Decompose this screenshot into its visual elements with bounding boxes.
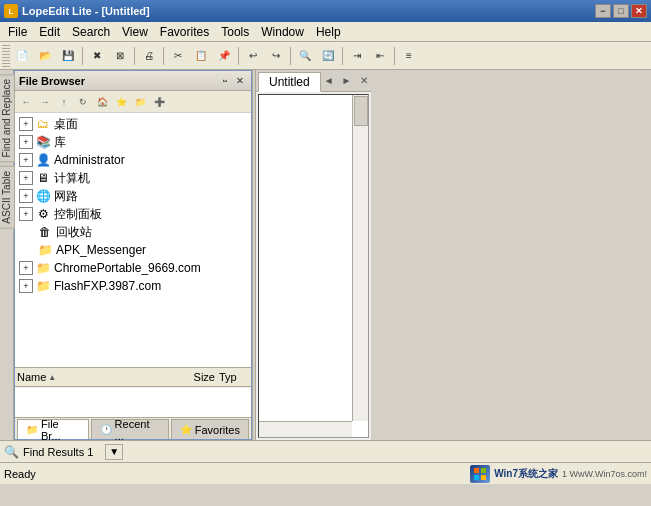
tree-label-network: 网路 — [54, 188, 78, 205]
favorites-tab[interactable]: ⭐ Favorites — [171, 419, 249, 439]
tree-item-recycle[interactable]: 🗑 回收站 — [15, 223, 251, 241]
menu-help[interactable]: Help — [310, 22, 347, 41]
open-file-button[interactable]: 📂 — [34, 45, 56, 67]
tree-item-library[interactable]: + 📚 库 — [15, 133, 251, 151]
tree-label-flashfxp: FlashFXP.3987.com — [54, 279, 161, 293]
editor-scrollbar-horizontal[interactable] — [259, 421, 352, 437]
file-tree[interactable]: + 🗂 桌面 + 📚 库 + 👤 Administrator — [15, 113, 251, 367]
browser-favorites-button[interactable]: ⭐ — [112, 93, 130, 111]
menu-view[interactable]: View — [116, 22, 154, 41]
tree-expand-chrome[interactable]: + — [19, 261, 33, 275]
tree-label-recycle: 回收站 — [56, 224, 92, 241]
new-file-button[interactable]: 📄 — [11, 45, 33, 67]
title-text: LopeEdit Lite - [Untitled] — [22, 5, 595, 17]
menu-tools[interactable]: Tools — [215, 22, 255, 41]
tree-label-controlpanel: 控制面板 — [54, 206, 102, 223]
tree-item-chrome[interactable]: + 📁 ChromePortable_9669.com — [15, 259, 251, 277]
col-type-header[interactable]: Typ — [219, 371, 249, 383]
close-file-button[interactable]: ✖ — [86, 45, 108, 67]
main-wrapper: Find and Replace ASCII Table File Browse… — [0, 70, 371, 440]
find-replace-tab[interactable]: Find and Replace — [0, 74, 15, 162]
file-browser-tab-icon: 📁 — [26, 424, 38, 435]
browser-tabs: 📁 File Br... 🕐 Recent ... ⭐ Favorites — [15, 417, 251, 439]
tab-nav-left[interactable]: ◄ — [321, 75, 337, 86]
print-button[interactable]: 🖨 — [138, 45, 160, 67]
left-panel: Find and Replace ASCII Table — [0, 70, 14, 440]
computer-icon: 🖥 — [35, 170, 51, 186]
find-results-label: Find Results 1 — [23, 446, 93, 458]
menu-file[interactable]: File — [2, 22, 33, 41]
svg-rect-2 — [474, 475, 479, 480]
browser-forward-button[interactable]: → — [36, 93, 54, 111]
folder-icon-flashfxp: 📁 — [35, 278, 51, 294]
find-button[interactable]: 🔍 — [294, 45, 316, 67]
panel-pin-button[interactable]: ꟷ — [217, 74, 231, 88]
recent-tab-label: Recent ... — [115, 418, 160, 442]
tree-item-desktop[interactable]: + 🗂 桌面 — [15, 115, 251, 133]
browser-back-button[interactable]: ← — [17, 93, 35, 111]
tab-nav-right[interactable]: ► — [339, 75, 355, 86]
panel-header-icons: ꟷ ✕ — [217, 74, 247, 88]
editor-tab-untitled[interactable]: Untitled — [258, 72, 321, 92]
tab-nav-close[interactable]: ✕ — [357, 75, 371, 86]
find-bar-icon: 🔍 — [4, 445, 19, 459]
tree-expand-flashfxp[interactable]: + — [19, 279, 33, 293]
toolbar-separator-1 — [82, 47, 83, 65]
outdent-button[interactable]: ⇤ — [369, 45, 391, 67]
tree-item-network[interactable]: + 🌐 网路 — [15, 187, 251, 205]
browser-folder-button[interactable]: 📁 — [131, 93, 149, 111]
col-size-header[interactable]: Size — [175, 371, 215, 383]
menu-search[interactable]: Search — [66, 22, 116, 41]
close-button[interactable]: ✕ — [631, 4, 647, 18]
svg-rect-3 — [481, 475, 486, 480]
sort-button[interactable]: ≡ — [398, 45, 420, 67]
tree-label-desktop: 桌面 — [54, 116, 78, 133]
editor-tab-nav: ◄ ► ✕ — [321, 75, 371, 86]
tree-item-computer[interactable]: + 🖥 计算机 — [15, 169, 251, 187]
tree-expand-controlpanel[interactable]: + — [19, 207, 33, 221]
browser-new-folder-button[interactable]: ➕ — [150, 93, 168, 111]
ascii-table-tab[interactable]: ASCII Table — [0, 166, 15, 229]
save-file-button[interactable]: 💾 — [57, 45, 79, 67]
tree-expand-desktop[interactable]: + — [19, 117, 33, 131]
editor-scrollbar-vertical[interactable] — [352, 95, 368, 421]
tree-item-apk[interactable]: 📁 APK_Messenger — [15, 241, 251, 259]
menu-favorites[interactable]: Favorites — [154, 22, 215, 41]
editor-header-bar: Untitled ◄ ► ✕ — [256, 70, 371, 92]
find-bar-options-button[interactable]: ▼ — [105, 444, 123, 460]
tree-item-controlpanel[interactable]: + ⚙ 控制面板 — [15, 205, 251, 223]
undo-button[interactable]: ↩ — [242, 45, 264, 67]
file-browser-panel: File Browser ꟷ ✕ ← → ↑ ↻ 🏠 ⭐ 📁 ➕ — [14, 70, 252, 440]
file-browser-tab[interactable]: 📁 File Br... — [17, 419, 89, 439]
indent-button[interactable]: ⇥ — [346, 45, 368, 67]
browser-refresh-button[interactable]: ↻ — [74, 93, 92, 111]
tree-expand-network[interactable]: + — [19, 189, 33, 203]
menu-window[interactable]: Window — [255, 22, 310, 41]
tree-item-administrator[interactable]: + 👤 Administrator — [15, 151, 251, 169]
toolbar-separator-7 — [394, 47, 395, 65]
panel-close-button[interactable]: ✕ — [233, 74, 247, 88]
editor-content[interactable] — [258, 94, 369, 438]
svg-rect-0 — [474, 468, 479, 473]
redo-button[interactable]: ↪ — [265, 45, 287, 67]
scroll-thumb-vertical[interactable] — [354, 96, 368, 126]
file-columns: Name ▲ Size Typ — [15, 367, 251, 387]
cut-button[interactable]: ✂ — [167, 45, 189, 67]
replace-button[interactable]: 🔄 — [317, 45, 339, 67]
recent-tab[interactable]: 🕐 Recent ... — [91, 419, 169, 439]
menu-edit[interactable]: Edit — [33, 22, 66, 41]
tree-expand-library[interactable]: + — [19, 135, 33, 149]
close-all-button[interactable]: ⊠ — [109, 45, 131, 67]
minimize-button[interactable]: − — [595, 4, 611, 18]
maximize-button[interactable]: □ — [613, 4, 629, 18]
browser-up-button[interactable]: ↑ — [55, 93, 73, 111]
browser-home-button[interactable]: 🏠 — [93, 93, 111, 111]
folder-icon-chrome: 📁 — [35, 260, 51, 276]
tree-expand-computer[interactable]: + — [19, 171, 33, 185]
folder-icon-library: 📚 — [35, 134, 51, 150]
paste-button[interactable]: 📌 — [213, 45, 235, 67]
tree-item-flashfxp[interactable]: + 📁 FlashFXP.3987.com — [15, 277, 251, 295]
col-name-header[interactable]: Name ▲ — [17, 371, 175, 383]
tree-expand-admin[interactable]: + — [19, 153, 33, 167]
copy-button[interactable]: 📋 — [190, 45, 212, 67]
